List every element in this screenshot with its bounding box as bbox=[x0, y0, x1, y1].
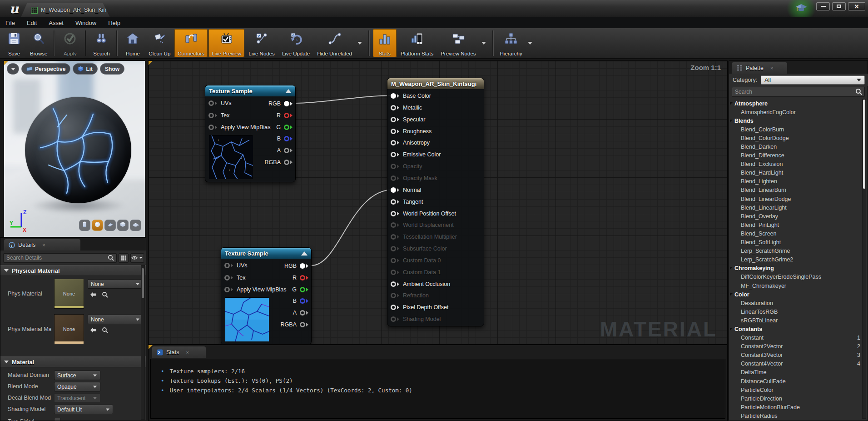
toolbar-platform-stats-button[interactable]: Platform Stats bbox=[397, 29, 436, 57]
output-pin-r[interactable]: R bbox=[293, 273, 308, 282]
output-pin-b[interactable]: B bbox=[293, 296, 308, 306]
toolbar-search-button[interactable]: Search bbox=[89, 29, 113, 57]
shape-button-sphere[interactable] bbox=[92, 220, 103, 231]
palette-item-blend-overlay[interactable]: Blend_Overlay bbox=[729, 212, 868, 221]
menu-window[interactable]: Window bbox=[75, 20, 96, 26]
shading-model-dropdown[interactable]: Default Lit bbox=[54, 405, 113, 414]
output-pin-rgb[interactable]: RGB bbox=[268, 99, 293, 108]
material-result-node[interactable]: M_Weapon_AR_Skin_Kintsugi Base ColorMeta… bbox=[387, 78, 484, 326]
palette-category-color[interactable]: Color bbox=[729, 290, 868, 299]
material-domain-dropdown[interactable]: Surface bbox=[54, 371, 100, 380]
output-pin-a[interactable]: A bbox=[277, 146, 293, 155]
palette-item-blend-linearburn[interactable]: Blend_LinearBurn bbox=[729, 186, 868, 195]
property-matrix-button[interactable] bbox=[119, 253, 129, 263]
two-sided-checkbox[interactable] bbox=[54, 418, 61, 421]
palette-category-constants[interactable]: Constants bbox=[729, 325, 868, 333]
toolbar-stats-button[interactable]: Stats bbox=[373, 29, 397, 57]
palette-item-constant[interactable]: Constant1 bbox=[729, 334, 868, 342]
use-selected-asset-button[interactable] bbox=[89, 291, 97, 300]
toolbar-save-button[interactable]: Save bbox=[2, 29, 26, 57]
palette-item-blend-lighten[interactable]: Blend_Lighten bbox=[729, 177, 868, 186]
details-close-icon[interactable]: × bbox=[42, 242, 45, 248]
texture-sample-node-2[interactable]: Texture SampleUVsTexApply View MipBiasRG… bbox=[221, 247, 312, 345]
material-pin-emissive-color[interactable]: Emissive Color bbox=[391, 150, 441, 159]
shape-button-cylinder[interactable] bbox=[79, 220, 90, 231]
collapse-arrow-icon[interactable] bbox=[285, 89, 292, 93]
palette-scrollbar-thumb[interactable] bbox=[863, 100, 865, 189]
input-pin-apply-view-mipbias[interactable]: Apply View MipBias bbox=[208, 123, 271, 132]
details-scrollbar[interactable] bbox=[141, 265, 145, 420]
input-pin-tex[interactable]: Tex bbox=[224, 273, 245, 282]
phys-material-asset-dropdown[interactable]: None bbox=[88, 279, 143, 289]
material-pin-world-position-offset[interactable]: World Position Offset bbox=[391, 209, 456, 218]
palette-item-particleradius[interactable]: ParticleRadius bbox=[729, 411, 868, 420]
shape-button-cube[interactable] bbox=[117, 220, 129, 231]
palette-item-srgbtolinear[interactable]: sRGBToLinear bbox=[729, 316, 868, 325]
browse-to-asset-button[interactable] bbox=[102, 291, 109, 300]
palette-item-lineartosrgb[interactable]: LinearTosRGB bbox=[729, 307, 868, 316]
material-pin-normal[interactable]: Normal bbox=[391, 185, 421, 195]
palette-item-blend-screen[interactable]: Blend_Screen bbox=[729, 229, 868, 238]
material-pin-pixel-depth-offset[interactable]: Pixel Depth Offset bbox=[391, 303, 449, 312]
toolbar-home-button[interactable]: Home bbox=[121, 29, 144, 57]
palette-item-distancecullfade[interactable]: DistanceCullFade bbox=[729, 377, 868, 386]
palette-item-blend-softlight[interactable]: Blend_SoftLight bbox=[729, 238, 868, 247]
palette-item-lerp-scratchgrime2[interactable]: Lerp_ScratchGrime2 bbox=[729, 256, 868, 264]
palette-item-particlerandom[interactable]: ParticleRandom bbox=[729, 420, 868, 421]
palette-item-mf-chromakeyer[interactable]: MF_Chromakeyer bbox=[729, 281, 868, 290]
perspective-button[interactable]: Perspective bbox=[21, 63, 70, 75]
palette-close-icon[interactable]: × bbox=[770, 65, 773, 71]
palette-item-diffcolorkeyererodesinglepass[interactable]: DiffColorKeyerErodeSinglePass bbox=[729, 273, 868, 281]
material-pin-ambient-occlusion[interactable]: Ambient Occlusion bbox=[391, 280, 450, 289]
details-tab[interactable]: i Details × bbox=[4, 239, 80, 251]
toolbar-preview-nodes-dropdown[interactable] bbox=[481, 42, 486, 45]
stats-close-icon[interactable]: × bbox=[186, 350, 189, 355]
toolbar-hierarchy-dropdown[interactable] bbox=[528, 42, 532, 45]
toolbar-hide-unrelated-dropdown[interactable] bbox=[357, 42, 362, 45]
output-pin-r[interactable]: R bbox=[277, 111, 293, 120]
tab-close-icon[interactable]: × bbox=[113, 7, 116, 13]
palette-item-blend-pinlight[interactable]: Blend_PinLight bbox=[729, 221, 868, 229]
output-pin-g[interactable]: G bbox=[292, 285, 308, 294]
palette-item-constant2vector[interactable]: Constant2Vector2 bbox=[729, 342, 868, 351]
palette-item-constant4vector[interactable]: Constant4Vector4 bbox=[729, 360, 868, 368]
menu-file[interactable]: File bbox=[5, 20, 15, 26]
material-pin-roughness[interactable]: Roughness bbox=[391, 127, 432, 136]
details-search-box[interactable] bbox=[3, 253, 117, 263]
category-dropdown[interactable]: All bbox=[761, 75, 865, 85]
palette-category-chromakeying[interactable]: Chromakeying bbox=[729, 264, 868, 273]
output-pin-g[interactable]: G bbox=[276, 123, 293, 132]
material-pin-specular[interactable]: Specular bbox=[391, 115, 425, 124]
toolbar-live-preview-button[interactable]: Live Preview bbox=[208, 29, 244, 57]
maximize-button[interactable] bbox=[832, 2, 846, 10]
collapse-arrow-icon[interactable] bbox=[301, 251, 308, 256]
preview-viewport-panel[interactable]: Perspective Lit Show Z Y X bbox=[4, 60, 145, 237]
show-menu-button[interactable]: Show bbox=[100, 63, 124, 75]
palette-tab[interactable]: Palette × bbox=[732, 62, 787, 74]
phys-material-ma-asset-dropdown[interactable]: None bbox=[88, 315, 143, 324]
toolbar-hierarchy-button[interactable]: Hierarchy bbox=[497, 29, 526, 57]
toolbar-hide-unrelated-button[interactable]: Hide Unrelated bbox=[314, 29, 355, 57]
input-pin-uvs[interactable]: UVs bbox=[224, 261, 248, 270]
palette-item-blend-lineardodge[interactable]: Blend_LinearDodge bbox=[729, 195, 868, 203]
palette-item-deltatime[interactable]: DeltaTime bbox=[729, 368, 868, 377]
window-close-button[interactable]: ✕ bbox=[848, 2, 865, 10]
viewport-options-dropdown[interactable] bbox=[7, 63, 19, 75]
browse-to-asset-button[interactable] bbox=[102, 327, 109, 336]
menu-help[interactable]: Help bbox=[108, 20, 120, 26]
material-graph-panel[interactable]: Zoom 1:1 MATERIAL Texture SampleUVsTexAp… bbox=[148, 60, 728, 345]
palette-item-blend-colorburn[interactable]: Blend_ColorBurn bbox=[729, 125, 868, 134]
palette-search-input[interactable] bbox=[732, 89, 855, 95]
lit-mode-button[interactable]: Lit bbox=[73, 63, 98, 75]
palette-item-blend-darken[interactable]: Blend_Darken bbox=[729, 142, 868, 151]
material-pin-metallic[interactable]: Metallic bbox=[391, 103, 422, 112]
palette-item-desaturation[interactable]: Desaturation bbox=[729, 299, 868, 307]
palette-search-box[interactable] bbox=[732, 87, 865, 97]
palette-item-blend-colordodge[interactable]: Blend_ColorDodge bbox=[729, 134, 868, 142]
menu-asset[interactable]: Asset bbox=[49, 20, 64, 26]
menu-edit[interactable]: Edit bbox=[27, 20, 37, 26]
texture-sample-node-1[interactable]: Texture SampleUVsTexApply View MipBiasRG… bbox=[205, 85, 296, 182]
palette-item-lerp-scratchgrime[interactable]: Lerp_ScratchGrime bbox=[729, 247, 868, 256]
toolbar-preview-nodes-button[interactable]: Preview Nodes bbox=[437, 29, 479, 57]
palette-item-constant3vector[interactable]: Constant3Vector3 bbox=[729, 351, 868, 360]
